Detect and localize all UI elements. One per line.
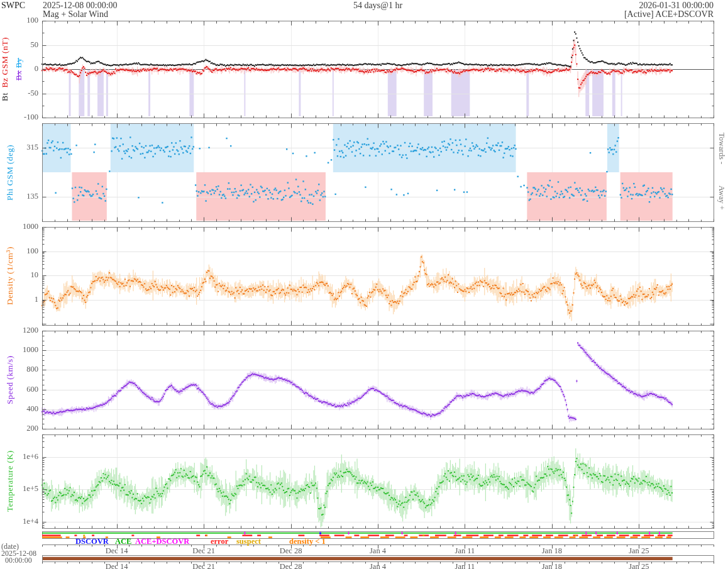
x-tick-label-dec-21: Dec 21 — [184, 546, 224, 556]
legend-item-density-1: density < 1 — [289, 537, 326, 546]
legend-item-error: error — [211, 537, 228, 546]
temperature-axis-title: Temperature (K) — [5, 434, 15, 528]
x-tick-label-jan-25: Jan 25 — [619, 546, 659, 556]
phi-axis-title: Phi GSM (deg) — [5, 123, 15, 221]
bt-label: Bt — [0, 92, 9, 101]
plot-title: Mag + Solar Wind — [43, 9, 108, 19]
bz-label: Bz GSM (nT) — [0, 37, 9, 88]
legend-item-suspect: suspect — [236, 537, 261, 546]
y-tick-label-temp-1e+5: 1e+5 — [9, 484, 38, 494]
y-tick-label-speed-1200: 1200 — [9, 326, 38, 335]
x-tick-label-dec-28: Dec 28 — [271, 546, 311, 556]
y-tick-label-speed-600: 600 — [9, 385, 38, 394]
data-mode-label: [Active] ACE+DSCOVR — [624, 9, 714, 19]
x-tick-label-timebar-jan-11: Jan 11 — [444, 562, 485, 569]
away-sector-label: Away + — [717, 174, 726, 221]
footer-start-time: 00:00:00 — [5, 556, 32, 565]
x-tick-label-timebar-dec-21: Dec 21 — [184, 562, 224, 569]
y-tick-label-temp-1e+4: 1e+4 — [9, 517, 38, 526]
y-tick-label-density-100: 100 — [9, 246, 38, 256]
y-tick-label-speed-800: 800 — [9, 365, 38, 374]
y-tick-label-density-1: 1 — [9, 295, 38, 304]
mag-axis-title: Bt Bz GSM (nT) — [0, 21, 10, 118]
y-tick-label-phi-135: 135 — [9, 192, 38, 201]
x-tick-label-timebar-dec-28: Dec 28 — [271, 562, 311, 569]
agency-label: SWPC — [1, 1, 25, 11]
x-tick-label-timebar-jan-25: Jan 25 — [619, 562, 659, 569]
x-tick-label-jan-11: Jan 11 — [444, 546, 485, 556]
y-tick-label-mag--100: -100 — [9, 113, 38, 122]
x-tick-label-dec-14: Dec 14 — [97, 546, 137, 556]
y-tick-label-mag-0: 0 — [9, 64, 38, 74]
y-tick-label-mag-100: 100 — [9, 16, 38, 25]
legend-item-ace: ACE — [115, 537, 131, 546]
y-tick-label-mag-50: 50 — [9, 40, 38, 50]
y-tick-label-speed-200: 200 — [9, 424, 38, 433]
y-tick-label-temp-1e+6: 1e+6 — [9, 452, 38, 461]
x-tick-label-timebar-jan-4: Jan 4 — [358, 562, 398, 569]
chart-canvas — [0, 0, 728, 569]
y-tick-label-speed-400: 400 — [9, 404, 38, 414]
cadence-label: 54 days@1 hr — [42, 1, 714, 11]
legend-item-dscovr: DSCOVR — [75, 537, 109, 546]
x-tick-label-timebar-jan-18: Jan 18 — [532, 562, 572, 569]
solar-wind-plot-window: SWPC 2025-12-08 00:00:00 54 days@1 hr 20… — [0, 0, 728, 569]
x-tick-label-jan-18: Jan 18 — [532, 546, 572, 556]
legend-item-ace-dscovr: ACE+DSCOVR — [135, 537, 189, 546]
x-tick-label-timebar-dec-14: Dec 14 — [97, 562, 137, 569]
y-tick-label-phi-315: 315 — [9, 143, 38, 152]
y-tick-label-density-1000: 1000 — [9, 222, 38, 231]
y-tick-label-density-10: 10 — [9, 270, 38, 280]
towards-sector-label: Towards - — [717, 124, 726, 172]
y-tick-label-mag--50: -50 — [9, 89, 38, 98]
y-tick-label-speed-1000: 1000 — [9, 345, 38, 355]
x-tick-label-jan-4: Jan 4 — [358, 546, 398, 556]
